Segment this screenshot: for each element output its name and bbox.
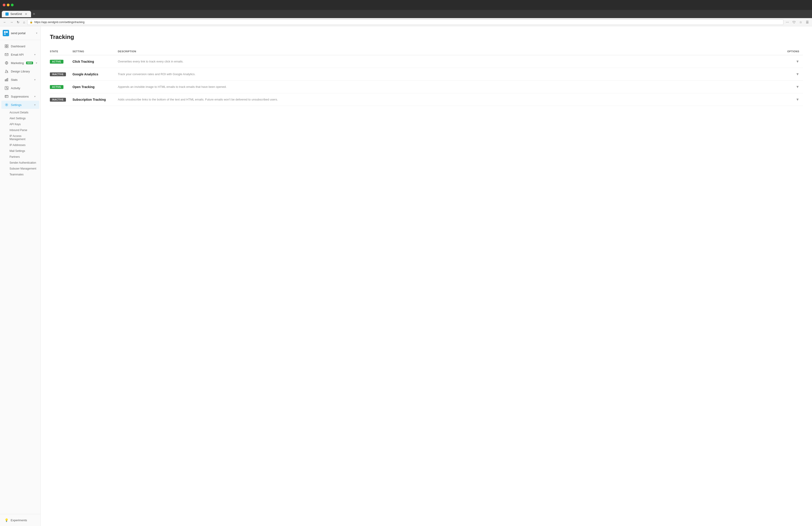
svg-rect-7 [5, 54, 8, 56]
sidebar-item-marketing[interactable]: Marketing NEW ▼ [1, 59, 39, 67]
state-cell-google-analytics: INACTIVE [50, 68, 72, 80]
desc-cell-click-tracking: Overwrites every link to track every cli… [118, 55, 787, 68]
sub-nav-mail-settings[interactable]: Mail Settings [0, 148, 41, 154]
svg-point-14 [6, 104, 7, 105]
expand-chevron-subscription-tracking[interactable]: ▼ [796, 97, 799, 101]
sub-nav-sender-authentication[interactable]: Sender Authentication [0, 160, 41, 166]
sub-nav-account-details[interactable]: Account Details [0, 109, 41, 116]
svg-rect-10 [6, 79, 7, 81]
col-header-state: STATE [50, 48, 72, 55]
settings-chevron-icon: ▼ [34, 104, 36, 106]
menu-button[interactable]: ☰ [804, 19, 810, 25]
extensions-button[interactable]: ⋯ [784, 19, 790, 25]
sidebar-item-label-suppressions: Suppressions [11, 95, 31, 98]
setting-name-google-analytics: Google Analytics [72, 72, 98, 76]
setting-name-open-tracking: Open Tracking [72, 85, 95, 89]
email-api-icon [4, 52, 9, 57]
new-tab-button[interactable]: + [33, 12, 35, 16]
options-cell-subscription-tracking[interactable]: ▼ [787, 93, 803, 106]
main-content: Tracking STATE SETTING DESCRIPTION OPTIO… [41, 26, 812, 526]
sidebar: send portal ▼ Dashboard [0, 26, 41, 526]
options-cell-google-analytics[interactable]: ▼ [787, 68, 803, 80]
svg-rect-9 [5, 80, 6, 81]
state-cell-open-tracking: ACTIVE [50, 80, 72, 93]
sidebar-item-email-api[interactable]: Email API ▼ [1, 50, 39, 59]
shield-button[interactable]: 🛡 [791, 19, 797, 25]
sidebar-item-stats[interactable]: Stats ▼ [1, 76, 39, 84]
sub-nav-inbound-parse[interactable]: Inbound Parse [0, 127, 41, 133]
logo-text: send portal [11, 31, 25, 35]
nav-icons-right: ⋯ 🛡 ☆ ☰ [784, 19, 810, 25]
suppressions-icon [4, 94, 9, 99]
table-row: ACTIVE Open Tracking Appends an invisibl… [50, 80, 803, 93]
maximize-dot[interactable] [11, 4, 14, 6]
sidebar-item-suppressions[interactable]: Suppressions ▼ [1, 92, 39, 101]
expand-chevron-click-tracking[interactable]: ▼ [796, 60, 799, 63]
sub-nav-teammates[interactable]: Teammates [0, 171, 41, 178]
expand-chevron-google-analytics[interactable]: ▼ [796, 72, 799, 76]
sendgrid-logo-icon [3, 30, 9, 36]
active-badge-open-tracking: ACTIVE [50, 85, 63, 89]
options-cell-open-tracking[interactable]: ▼ [787, 80, 803, 93]
back-button[interactable]: ← [2, 19, 8, 25]
sub-nav-ip-addresses[interactable]: IP Addresses [0, 142, 41, 148]
active-tab[interactable]: SendGrid ✕ [2, 11, 31, 17]
sub-nav-alert-settings[interactable]: Alert Settings [0, 116, 41, 121]
svg-rect-1 [6, 31, 8, 33]
sidebar-item-settings[interactable]: Settings ▼ [1, 101, 39, 109]
sub-nav-subuser-management[interactable]: Subuser Management [0, 166, 41, 171]
page-title: Tracking [50, 33, 803, 41]
svg-rect-2 [4, 33, 6, 35]
refresh-button[interactable]: ↻ [15, 19, 21, 25]
sub-nav-api-keys[interactable]: API Keys [0, 121, 41, 127]
col-header-setting: SETTING [72, 48, 118, 55]
sendgrid-favicon [5, 13, 9, 16]
bookmark-button[interactable]: ☆ [798, 19, 803, 25]
inactive-badge-google-analytics: INACTIVE [50, 72, 66, 76]
sidebar-item-label-email-api: Email API [11, 53, 31, 56]
options-cell-click-tracking[interactable]: ▼ [787, 55, 803, 68]
design-library-icon [4, 69, 9, 73]
table-body: ACTIVE Click Tracking Overwrites every l… [50, 55, 803, 106]
sidebar-item-label-design-library: Design Library [11, 70, 36, 73]
setting-cell-subscription-tracking: Subscription Tracking [72, 93, 118, 106]
marketing-new-badge: NEW [26, 62, 33, 64]
email-api-chevron-icon: ▼ [34, 54, 36, 56]
settings-icon [4, 103, 9, 107]
forward-button[interactable]: → [9, 19, 14, 25]
app-container: send portal ▼ Dashboard [0, 26, 812, 526]
address-bar[interactable]: 🔒 https://app.sendgrid.com/settings/trac… [27, 19, 783, 25]
minimize-dot[interactable] [7, 4, 10, 6]
sidebar-item-label-dashboard: Dashboard [11, 45, 36, 48]
active-badge-click-tracking: ACTIVE [50, 60, 63, 64]
logo-chevron-icon: ▼ [35, 32, 38, 34]
sidebar-item-activity[interactable]: Activity [1, 84, 39, 92]
svg-rect-3 [5, 45, 6, 46]
activity-icon [4, 86, 9, 90]
sidebar-item-design-library[interactable]: Design Library [1, 67, 39, 75]
experiments-label: Experiments [11, 519, 27, 522]
sidebar-item-experiments[interactable]: 💡 Experiments [1, 516, 39, 524]
suppressions-chevron-icon: ▼ [34, 95, 36, 98]
setting-cell-google-analytics: Google Analytics [72, 68, 118, 80]
setting-name-subscription-tracking: Subscription Tracking [72, 98, 106, 101]
tab-close-button[interactable]: ✕ [25, 12, 27, 16]
col-header-options: OPTIONS [787, 48, 803, 55]
col-header-description: DESCRIPTION [118, 48, 787, 55]
sidebar-navigation: Dashboard Email API ▼ [0, 40, 41, 514]
home-button[interactable]: ⌂ [22, 19, 26, 25]
tab-bar: SendGrid ✕ + [0, 10, 812, 18]
tracking-table: STATE SETTING DESCRIPTION OPTIONS ACTIVE… [50, 48, 803, 106]
marketing-icon [4, 61, 9, 65]
sub-nav-ip-access-management[interactable]: IP Access Management [0, 133, 41, 142]
sidebar-item-dashboard[interactable]: Dashboard [1, 42, 39, 50]
sidebar-logo[interactable]: send portal ▼ [0, 26, 41, 40]
expand-chevron-open-tracking[interactable]: ▼ [796, 85, 799, 89]
sub-nav-partners[interactable]: Partners [0, 154, 41, 160]
close-dot[interactable] [3, 4, 5, 6]
table-row: INACTIVE Google Analytics Track your con… [50, 68, 803, 80]
browser-traffic-lights [3, 4, 14, 6]
sidebar-item-label-activity: Activity [11, 87, 36, 90]
settings-sub-navigation: Account Details Alert Settings API Keys … [0, 109, 41, 178]
desc-cell-google-analytics: Track your conversion rates and ROI with… [118, 68, 787, 80]
